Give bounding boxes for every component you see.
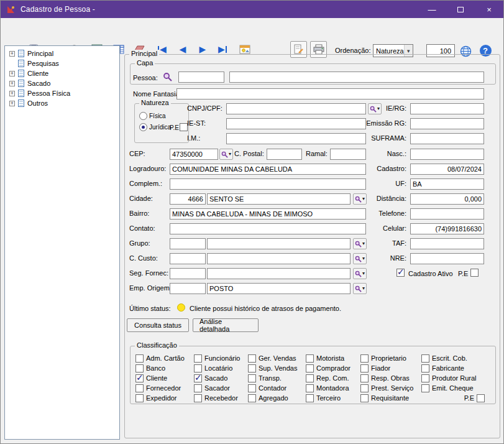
taf-input[interactable]: [410, 238, 484, 249]
emp-origem-code-input[interactable]: [170, 283, 206, 294]
cadastro-ativo-checkbox[interactable]: [396, 269, 405, 277]
ierg-input[interactable]: [410, 103, 484, 114]
expand-icon[interactable]: +: [9, 81, 15, 86]
classificacao-option[interactable]: Funcionário: [194, 353, 248, 363]
classificacao-option[interactable]: Transp.: [248, 373, 306, 383]
analise-detalhada-button[interactable]: Análise detalhada: [193, 318, 259, 332]
classificacao-option[interactable]: Fiador: [360, 363, 421, 373]
grupo-code-input[interactable]: [170, 238, 206, 249]
tree-item[interactable]: +Outros: [6, 98, 119, 108]
classificacao-option[interactable]: Contador: [248, 383, 306, 393]
checkbox-icon[interactable]: [135, 364, 144, 372]
classificacao-option[interactable]: Agregado: [248, 393, 306, 403]
classificacao-option[interactable]: Adm. Cartão: [135, 353, 194, 363]
close-button[interactable]: ×: [475, 1, 503, 18]
checkbox-icon[interactable]: [360, 384, 369, 392]
emp-origem-name-input[interactable]: [207, 283, 351, 294]
tree-item[interactable]: Pesquisas: [6, 58, 119, 68]
classificacao-option[interactable]: Terceiro: [306, 393, 360, 403]
cep-input[interactable]: [170, 149, 218, 160]
logradouro-input[interactable]: [170, 164, 366, 175]
checkbox-icon[interactable]: [135, 354, 144, 363]
cep-search-button[interactable]: ▾: [219, 149, 233, 160]
expand-icon[interactable]: +: [9, 91, 15, 96]
seg-fornec-name-input[interactable]: [207, 268, 351, 279]
checkbox-icon[interactable]: [194, 384, 202, 392]
emissao-rg-input[interactable]: [410, 118, 484, 129]
classificacao-option[interactable]: Rep. Com.: [306, 373, 360, 383]
classificacao-option[interactable]: Escrit. Cob.: [421, 353, 486, 363]
cadastro-pe-checkbox[interactable]: [470, 269, 479, 277]
checkbox-icon[interactable]: [248, 394, 256, 402]
cidade-code-input[interactable]: [170, 193, 206, 205]
checkbox-icon[interactable]: [194, 364, 202, 372]
cnpj-input[interactable]: [226, 103, 366, 114]
checkbox-icon[interactable]: [194, 374, 202, 382]
classificacao-option[interactable]: Fornecedor: [135, 383, 194, 393]
checkbox-icon[interactable]: [248, 374, 256, 382]
tree-item[interactable]: +Sacado: [6, 78, 119, 88]
checkbox-icon[interactable]: [360, 374, 369, 382]
checkbox-icon[interactable]: [360, 354, 369, 363]
contato-input[interactable]: [170, 223, 366, 234]
checkbox-icon[interactable]: [306, 364, 314, 372]
checkbox-icon[interactable]: [194, 394, 202, 402]
tree-item[interactable]: +Cliente: [6, 68, 119, 78]
checkbox-icon[interactable]: [306, 384, 314, 392]
tree-item[interactable]: +Pessoa Física: [6, 88, 119, 98]
checkbox-icon[interactable]: [360, 364, 369, 372]
nre-input[interactable]: [410, 253, 484, 264]
checkbox-icon[interactable]: [135, 394, 144, 402]
pessoa-name-input[interactable]: [229, 72, 484, 83]
checkbox-icon[interactable]: [135, 384, 144, 392]
classificacao-option[interactable]: Produtor Rural: [421, 373, 486, 383]
classificacao-option[interactable]: Fabricante: [421, 363, 486, 373]
seg-fornec-code-input[interactable]: [170, 268, 206, 279]
suframa-input[interactable]: [410, 133, 484, 144]
im-input[interactable]: [226, 133, 366, 144]
c-custo-name-input[interactable]: [207, 253, 351, 264]
celular-input[interactable]: [410, 223, 484, 234]
checkbox-icon[interactable]: [248, 354, 256, 363]
checkbox-icon[interactable]: [194, 354, 202, 363]
classificacao-option[interactable]: Motorista: [306, 353, 360, 363]
classificacao-option[interactable]: Banco: [135, 363, 194, 373]
checkbox-icon[interactable]: [421, 384, 429, 392]
pessoa-code-input[interactable]: [178, 72, 224, 83]
nasc-input[interactable]: [410, 149, 484, 160]
complem-input[interactable]: [170, 178, 366, 190]
classificacao-option[interactable]: Ger. Vendas: [248, 353, 306, 363]
maximize-button[interactable]: [446, 1, 475, 18]
fisica-radio[interactable]: [139, 112, 147, 120]
juridica-radio[interactable]: [139, 123, 147, 131]
iest-input[interactable]: [226, 118, 366, 129]
emp-origem-search-button[interactable]: ▾: [353, 283, 367, 294]
checkbox-icon[interactable]: [248, 384, 256, 392]
classificacao-option[interactable]: Recebedor: [194, 393, 248, 403]
grupo-name-input[interactable]: [207, 238, 351, 249]
classificacao-option[interactable]: Montadora: [306, 383, 360, 393]
classificacao-option[interactable]: Prest. Serviço: [360, 383, 421, 393]
classificacao-option[interactable]: Requisitante: [360, 393, 421, 403]
distancia-input[interactable]: [410, 193, 484, 205]
cidade-name-input[interactable]: [207, 193, 351, 205]
minimize-button[interactable]: —: [418, 1, 446, 18]
checkbox-icon[interactable]: [421, 364, 429, 372]
tree-panel[interactable]: +PrincipalPesquisas+Cliente+Sacado+Pesso…: [4, 45, 120, 440]
telefone-input[interactable]: [410, 208, 484, 220]
classificacao-option[interactable]: Locatário: [194, 363, 248, 373]
seg-fornec-search-button[interactable]: ▾: [353, 268, 367, 279]
expand-icon[interactable]: +: [9, 71, 15, 76]
expand-icon[interactable]: +: [9, 51, 15, 57]
classificacao-option[interactable]: Sacado: [194, 373, 248, 383]
classificacao-option[interactable]: Comprador: [306, 363, 360, 373]
classificacao-option[interactable]: Resp. Obras: [360, 373, 421, 383]
cadastro-input[interactable]: [410, 164, 484, 175]
expand-icon[interactable]: +: [9, 101, 15, 106]
checkbox-icon[interactable]: [306, 354, 314, 363]
checkbox-icon[interactable]: [360, 394, 369, 402]
classificacao-pe[interactable]: P.E: [421, 393, 486, 403]
checkbox-icon[interactable]: [306, 394, 314, 402]
nome-fantasia-input[interactable]: [176, 88, 484, 99]
classificacao-option[interactable]: Expedidor: [135, 393, 194, 403]
